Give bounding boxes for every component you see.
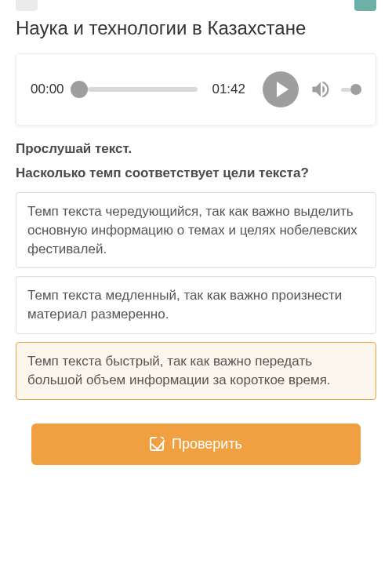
instruction-text: Прослушай текст. (16, 141, 376, 157)
page-title: Наука и технологии в Казахстане (0, 11, 392, 53)
check-button[interactable]: Проверить (31, 424, 361, 465)
top-right-tab[interactable] (354, 0, 376, 11)
play-icon (277, 82, 289, 97)
play-button[interactable] (263, 71, 299, 107)
volume-bar[interactable] (341, 88, 350, 92)
volume-icon[interactable] (310, 78, 332, 100)
check-button-label: Проверить (172, 436, 242, 453)
seek-bar[interactable] (88, 87, 198, 92)
duration-time: 01:42 (212, 82, 245, 97)
question-text: Насколько темп соответствует цели текста… (16, 165, 376, 183)
seek-track[interactable] (71, 81, 198, 98)
check-icon (150, 437, 164, 451)
seek-thumb[interactable] (71, 81, 88, 98)
answer-option[interactable]: Темп текста чередующийся, так как важно … (16, 192, 376, 268)
audio-player: 00:00 01:42 (16, 53, 376, 125)
top-left-tab[interactable] (16, 0, 38, 11)
answer-option[interactable]: Темп текста медленный, так как важно про… (16, 276, 376, 334)
current-time: 00:00 (31, 82, 64, 97)
volume-track[interactable] (341, 84, 361, 95)
volume-thumb[interactable] (350, 84, 361, 95)
answer-option[interactable]: Темп текста быстрый, так как важно перед… (16, 342, 376, 400)
